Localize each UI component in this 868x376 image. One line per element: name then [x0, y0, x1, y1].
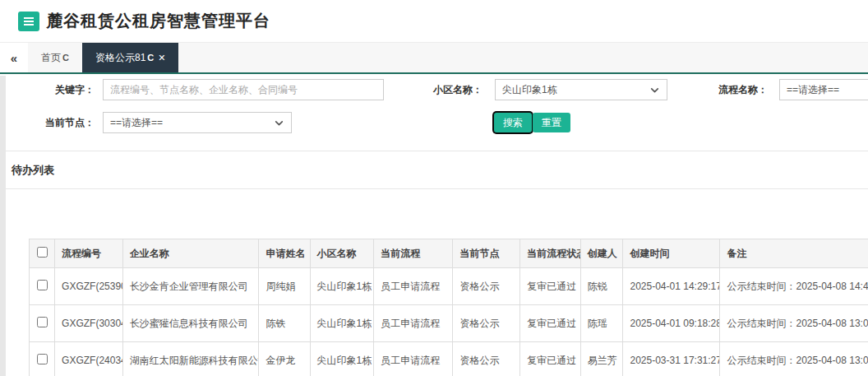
collapse-tabs-icon[interactable]: «	[0, 43, 28, 72]
keyword-input[interactable]	[103, 79, 384, 100]
column-header: 当前流程状态	[520, 239, 580, 268]
todo-table-wrap: 流程编号企业名称申请姓名小区名称当前流程当前节点当前流程状态创建人创建时间备注 …	[29, 239, 868, 376]
refresh-icon[interactable]: C	[62, 53, 69, 63]
column-header: 小区名称	[310, 239, 374, 268]
column-header: 创建时间	[623, 239, 720, 268]
row-checkbox[interactable]	[37, 317, 48, 327]
table-cell: 资格公示	[453, 305, 520, 342]
table-cell: 2025-04-01 09:18:28	[623, 305, 720, 342]
table-cell: 尖山印象1栋	[310, 342, 374, 376]
table-cell: 2025-04-01 14:29:17	[623, 268, 720, 305]
table-cell: 复审已通过	[520, 342, 580, 376]
table-cell: 长沙金肯企业管理有限公司	[122, 268, 259, 305]
reset-button[interactable]: 重置	[533, 113, 570, 132]
community-label: 小区名称：	[423, 79, 482, 100]
chevron-down-icon	[649, 85, 660, 95]
table-row: GXGZF(30304)长沙蜜獾信息科技有限公司陈铁尖山印象1栋员工申请流程资格…	[30, 305, 868, 342]
select-all-checkbox[interactable]	[37, 247, 48, 258]
search-button[interactable]: 搜索	[494, 113, 532, 132]
table-cell: 湖南红太阳新能源科技有限公司	[122, 342, 259, 376]
column-header: 当前流程	[374, 239, 453, 268]
table-cell: 资格公示	[453, 342, 520, 376]
column-header: 流程编号	[55, 239, 123, 268]
table-cell: 尖山印象1栋	[310, 305, 374, 342]
search-filter-panel: 关键字： 小区名称： 尖山印象1栋 流程名称： ==请选择== 当前节点： ==…	[0, 74, 868, 151]
table-cell: 员工申请流程	[374, 268, 453, 305]
column-header: 申请姓名	[259, 239, 310, 268]
table-cell: GXGZF(30304)	[55, 305, 123, 342]
table-header-row: 流程编号企业名称申请姓名小区名称当前流程当前节点当前流程状态创建人创建时间备注	[30, 239, 868, 268]
column-header: 备注	[720, 239, 868, 268]
table-cell: 尖山印象1栋	[310, 268, 374, 305]
table-cell: 员工申请流程	[374, 305, 453, 342]
table-cell: 陈铁	[259, 305, 310, 342]
close-icon[interactable]: ✕	[158, 53, 165, 63]
table-row: GXGZF(25390)长沙金肯企业管理有限公司周纯娟尖山印象1栋员工申请流程资…	[30, 268, 868, 305]
table-cell: 2025-03-31 17:31:27	[623, 342, 720, 376]
table-cell: GXGZF(24034)	[55, 342, 123, 376]
keyword-label: 关键字：	[33, 79, 95, 100]
table-body: GXGZF(25390)长沙金肯企业管理有限公司周纯娟尖山印象1栋员工申请流程资…	[30, 268, 868, 376]
table-cell: 公示结束时间：2025-04-08 13:08:53	[720, 342, 868, 376]
select-all-cell	[30, 239, 55, 268]
todo-table: 流程编号企业名称申请姓名小区名称当前流程当前节点当前流程状态创建人创建时间备注 …	[29, 239, 868, 376]
table-cell: 公示结束时间：2025-04-08 14:44:50	[720, 268, 868, 305]
table-cell: 复审已通过	[520, 268, 580, 305]
column-header: 当前节点	[453, 239, 520, 268]
row-select-cell	[30, 342, 55, 376]
row-select-cell	[30, 268, 55, 305]
refresh-icon[interactable]: C	[147, 53, 154, 63]
chevron-down-icon	[274, 118, 284, 128]
app-title: 麓谷租赁公租房智慧管理平台	[46, 10, 270, 32]
process-select[interactable]: ==请选择==	[779, 79, 868, 100]
table-cell: 员工申请流程	[374, 342, 453, 376]
table-cell: 金伊龙	[259, 342, 310, 376]
table-cell: GXGZF(25390)	[55, 268, 123, 305]
table-cell: 长沙蜜獾信息科技有限公司	[122, 305, 259, 342]
community-select[interactable]: 尖山印象1栋	[495, 79, 667, 100]
tab-qualification-publicity[interactable]: 资格公示81C✕	[82, 43, 179, 72]
todo-panel-header: 待办列表	[0, 151, 868, 189]
table-cell: 资格公示	[453, 268, 520, 305]
table-cell: 周纯娟	[259, 268, 310, 305]
table-row: GXGZF(24034)湖南红太阳新能源科技有限公司金伊龙尖山印象1栋员工申请流…	[30, 342, 868, 376]
row-checkbox[interactable]	[37, 354, 48, 364]
hamburger-icon	[24, 21, 34, 22]
table-cell: 复审已通过	[520, 305, 580, 342]
row-select-cell	[30, 305, 55, 342]
row-checkbox[interactable]	[37, 280, 48, 290]
node-select[interactable]: ==请选择==	[103, 112, 292, 133]
table-cell: 陈瑶	[580, 305, 623, 342]
column-header: 企业名称	[122, 239, 259, 268]
todo-panel-title: 待办列表	[12, 163, 54, 178]
node-label: 当前节点：	[33, 112, 95, 133]
table-cell: 易兰芳	[580, 342, 623, 376]
column-header: 创建人	[580, 239, 623, 268]
hamburger-menu-button[interactable]	[18, 12, 39, 31]
tab-bar: « 首页C 资格公示81C✕	[0, 43, 868, 74]
app-header: 麓谷租赁公租房智慧管理平台	[0, 0, 868, 43]
tab-home-label: 首页	[41, 51, 61, 65]
table-cell: 陈锐	[580, 268, 623, 305]
tab-home[interactable]: 首页C	[28, 43, 82, 72]
table-cell: 公示结束时间：2025-04-08 13:09:01	[720, 305, 868, 342]
tab-qualification-label: 资格公示81	[95, 51, 145, 65]
process-label: 流程名称：	[709, 79, 768, 100]
